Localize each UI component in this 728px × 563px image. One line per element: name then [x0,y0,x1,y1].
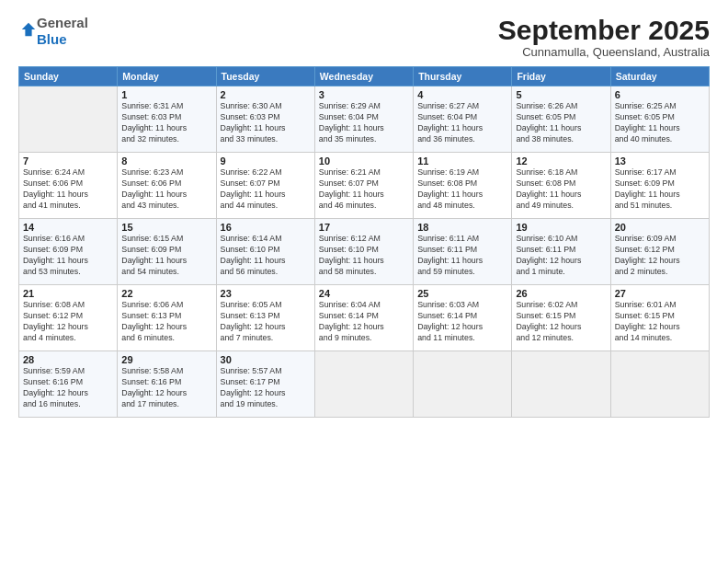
day-header-saturday: Saturday [610,67,709,86]
calendar-cell: 25Sunrise: 6:03 AMSunset: 6:14 PMDayligh… [414,285,512,351]
day-number: 18 [417,222,507,233]
day-info: Sunrise: 6:26 AMSunset: 6:05 PMDaylight:… [516,101,606,145]
week-row-3: 14Sunrise: 6:16 AMSunset: 6:09 PMDayligh… [19,219,710,285]
calendar-cell: 30Sunrise: 5:57 AMSunset: 6:17 PMDayligh… [216,351,314,418]
day-number: 22 [121,288,211,299]
day-number: 26 [516,288,606,299]
title-block: September 2025 Cunnamulla, Queensland, A… [498,15,710,59]
calendar-cell: 12Sunrise: 6:18 AMSunset: 6:08 PMDayligh… [512,153,610,219]
day-header-thursday: Thursday [414,67,512,86]
day-header-tuesday: Tuesday [216,67,314,86]
day-number: 14 [23,222,113,233]
day-number: 16 [221,222,311,233]
calendar-cell: 14Sunrise: 6:16 AMSunset: 6:09 PMDayligh… [19,219,118,285]
day-info: Sunrise: 6:18 AMSunset: 6:08 PMDaylight:… [516,167,606,212]
day-number: 12 [516,155,606,167]
calendar-header: SundayMondayTuesdayWednesdayThursdayFrid… [19,67,710,86]
logo-icon [20,21,37,38]
calendar-cell: 9Sunrise: 6:22 AMSunset: 6:07 PMDaylight… [216,153,314,219]
day-number: 3 [319,89,409,100]
day-number: 6 [615,89,705,100]
day-header-friday: Friday [512,67,610,86]
calendar-cell: 11Sunrise: 6:19 AMSunset: 6:08 PMDayligh… [414,153,512,219]
week-row-2: 7Sunrise: 6:24 AMSunset: 6:06 PMDaylight… [19,153,710,219]
day-header-monday: Monday [118,67,216,86]
day-number: 25 [417,288,507,299]
calendar-cell: 6Sunrise: 6:25 AMSunset: 6:05 PMDaylight… [610,86,709,153]
day-info: Sunrise: 6:10 AMSunset: 6:11 PMDaylight:… [516,234,606,278]
calendar-cell [414,351,512,418]
day-info: Sunrise: 6:02 AMSunset: 6:15 PMDaylight:… [516,300,606,344]
day-number: 8 [121,155,211,167]
calendar-cell: 7Sunrise: 6:24 AMSunset: 6:06 PMDaylight… [19,153,118,219]
day-number: 5 [516,89,606,100]
day-info: Sunrise: 6:25 AMSunset: 6:05 PMDaylight:… [615,101,705,145]
page: General Blue September 2025 Cunnamulla, … [0,0,728,563]
day-info: Sunrise: 6:19 AMSunset: 6:08 PMDaylight:… [417,167,507,212]
day-number: 10 [319,155,409,167]
day-number: 21 [23,288,113,299]
day-info: Sunrise: 6:17 AMSunset: 6:09 PMDaylight:… [615,167,705,212]
calendar-cell: 23Sunrise: 6:05 AMSunset: 6:13 PMDayligh… [216,285,314,351]
calendar-cell: 27Sunrise: 6:01 AMSunset: 6:15 PMDayligh… [610,285,709,351]
calendar-cell [19,86,118,153]
day-header-sunday: Sunday [19,67,118,86]
header-row: SundayMondayTuesdayWednesdayThursdayFrid… [19,67,710,86]
svg-marker-0 [22,23,35,36]
calendar-body: 1Sunrise: 6:31 AMSunset: 6:03 PMDaylight… [19,86,710,418]
calendar-cell: 17Sunrise: 6:12 AMSunset: 6:10 PMDayligh… [314,219,413,285]
day-info: Sunrise: 6:11 AMSunset: 6:11 PMDaylight:… [417,234,507,278]
logo: General Blue [18,15,88,48]
day-number: 23 [221,288,311,299]
calendar-cell: 5Sunrise: 6:26 AMSunset: 6:05 PMDaylight… [512,86,610,153]
calendar-cell [610,351,709,418]
day-number: 29 [121,354,211,365]
calendar-cell: 18Sunrise: 6:11 AMSunset: 6:11 PMDayligh… [414,219,512,285]
calendar-cell: 1Sunrise: 6:31 AMSunset: 6:03 PMDaylight… [118,86,216,153]
calendar-cell: 24Sunrise: 6:04 AMSunset: 6:14 PMDayligh… [314,285,413,351]
day-number: 24 [319,288,409,299]
day-number: 11 [417,155,507,167]
day-number: 1 [121,89,211,100]
calendar-cell [314,351,413,418]
logo-text: General Blue [37,15,88,48]
day-number: 30 [221,354,311,365]
day-number: 2 [221,89,311,100]
week-row-4: 21Sunrise: 6:08 AMSunset: 6:12 PMDayligh… [19,285,710,351]
week-row-1: 1Sunrise: 6:31 AMSunset: 6:03 PMDaylight… [19,86,710,153]
day-number: 9 [221,155,311,167]
day-info: Sunrise: 6:22 AMSunset: 6:07 PMDaylight:… [221,167,311,212]
calendar-cell: 10Sunrise: 6:21 AMSunset: 6:07 PMDayligh… [314,153,413,219]
day-number: 19 [516,222,606,233]
day-info: Sunrise: 6:14 AMSunset: 6:10 PMDaylight:… [221,234,311,278]
calendar-cell: 21Sunrise: 6:08 AMSunset: 6:12 PMDayligh… [19,285,118,351]
day-number: 27 [615,288,705,299]
calendar-cell: 22Sunrise: 6:06 AMSunset: 6:13 PMDayligh… [118,285,216,351]
day-info: Sunrise: 5:58 AMSunset: 6:16 PMDaylight:… [121,366,211,410]
month-title: September 2025 [498,15,710,45]
calendar-cell: 3Sunrise: 6:29 AMSunset: 6:04 PMDaylight… [314,86,413,153]
day-info: Sunrise: 6:01 AMSunset: 6:15 PMDaylight:… [615,300,705,344]
day-number: 28 [23,354,113,365]
day-info: Sunrise: 6:12 AMSunset: 6:10 PMDaylight:… [319,234,409,278]
calendar-cell: 4Sunrise: 6:27 AMSunset: 6:04 PMDaylight… [414,86,512,153]
day-number: 4 [417,89,507,100]
day-info: Sunrise: 6:21 AMSunset: 6:07 PMDaylight:… [319,167,409,212]
day-info: Sunrise: 6:24 AMSunset: 6:06 PMDaylight:… [23,167,113,212]
day-info: Sunrise: 6:29 AMSunset: 6:04 PMDaylight:… [319,101,409,145]
day-info: Sunrise: 6:15 AMSunset: 6:09 PMDaylight:… [121,234,211,278]
header: General Blue September 2025 Cunnamulla, … [18,15,710,59]
logo-blue: Blue [37,31,67,47]
calendar-cell: 28Sunrise: 5:59 AMSunset: 6:16 PMDayligh… [19,351,118,418]
day-info: Sunrise: 6:23 AMSunset: 6:06 PMDaylight:… [121,167,211,212]
day-info: Sunrise: 6:16 AMSunset: 6:09 PMDaylight:… [23,234,113,278]
day-info: Sunrise: 6:05 AMSunset: 6:13 PMDaylight:… [221,300,311,344]
day-info: Sunrise: 6:09 AMSunset: 6:12 PMDaylight:… [615,234,705,278]
day-info: Sunrise: 6:08 AMSunset: 6:12 PMDaylight:… [23,300,113,344]
calendar-cell: 8Sunrise: 6:23 AMSunset: 6:06 PMDaylight… [118,153,216,219]
day-number: 17 [319,222,409,233]
day-info: Sunrise: 5:59 AMSunset: 6:16 PMDaylight:… [23,366,113,410]
location: Cunnamulla, Queensland, Australia [498,45,710,59]
calendar-cell: 20Sunrise: 6:09 AMSunset: 6:12 PMDayligh… [610,219,709,285]
day-number: 13 [615,155,705,167]
